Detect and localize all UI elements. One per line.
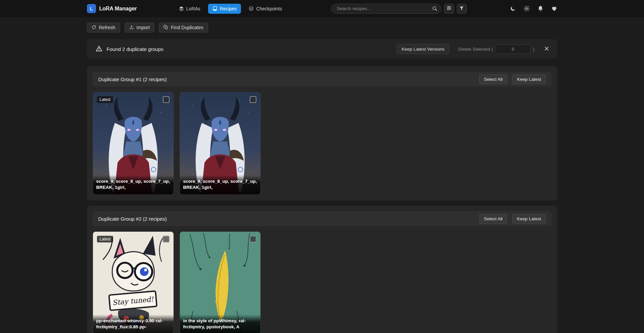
- group-1-actions: Select All Keep Latest: [479, 74, 546, 84]
- warning-triangle-icon: [96, 45, 102, 53]
- support-heart-icon[interactable]: [551, 5, 557, 12]
- theme-toggle-moon-icon[interactable]: [510, 5, 516, 12]
- close-x-icon: [544, 46, 549, 52]
- delete-selected-control: Delete Selected ( ): [458, 45, 534, 54]
- filter-button[interactable]: [457, 4, 467, 14]
- top-navbar: L LoRA Manager LoRAs Recipes C: [0, 0, 644, 17]
- check-circle-icon: [249, 6, 254, 11]
- delete-selected-suffix: ): [533, 47, 535, 52]
- settings-gear-icon[interactable]: [524, 5, 530, 12]
- card-caption: score_9, score_8_up, score_7_up, BREAK, …: [93, 175, 174, 195]
- actions-toolbar: Refresh Import Find Duplicates: [87, 22, 557, 33]
- banner-actions: Keep Latest Versions Delete Selected ( ): [397, 44, 549, 54]
- recipe-card[interactable]: score_9, score_8_up, score_7_up, BREAK, …: [180, 92, 261, 195]
- card-caption: pp-enchanted-whimsy:0.90 ral-frctlqmtry_…: [93, 315, 174, 333]
- search-bar: [331, 4, 441, 14]
- duplicate-group-1: Duplicate Group #1 (2 recipes) Select Al…: [87, 66, 557, 201]
- tab-checkpoints[interactable]: Checkpoints: [244, 4, 286, 14]
- sliders-icon: [446, 5, 452, 12]
- tab-loras-label: LoRAs: [186, 6, 200, 11]
- group-1-cards: Latest score_9, score_8_up, score_7_up, …: [93, 92, 552, 195]
- card-caption: score_9, score_8_up, score_7_up, BREAK, …: [180, 175, 260, 195]
- recipe-card[interactable]: Latest score_9, score_8_up, score_7_up, …: [93, 92, 174, 195]
- banner-message-group: Found 2 duplicate groups: [96, 45, 163, 53]
- card-checkbox[interactable]: [163, 236, 169, 242]
- card-checkbox[interactable]: [163, 96, 169, 103]
- tab-loras[interactable]: LoRAs: [175, 4, 205, 14]
- tab-recipes-label: Recipes: [220, 6, 237, 11]
- delete-selected-prefix: Delete Selected (: [458, 47, 493, 52]
- duplicates-banner: Found 2 duplicate groups Keep Latest Ver…: [87, 39, 557, 59]
- group-2-select-all-button[interactable]: Select All: [479, 214, 507, 224]
- refresh-button-label: Refresh: [99, 25, 115, 30]
- latest-badge: Latest: [97, 236, 113, 242]
- banner-message: Found 2 duplicate groups: [107, 46, 163, 52]
- latest-badge: Latest: [97, 96, 113, 103]
- sort-options-button[interactable]: [444, 4, 454, 14]
- recipe-card[interactable]: Stay tuned! Latest pp-enchanted-whimsy:0…: [93, 231, 174, 333]
- page-content: Refresh Import Find Duplicates Found 2 d…: [87, 22, 557, 333]
- navbar-inner: L LoRA Manager LoRAs Recipes C: [87, 0, 557, 17]
- book-icon: [212, 6, 217, 11]
- card-checkbox[interactable]: [250, 96, 256, 103]
- refresh-icon: [92, 25, 96, 31]
- brand[interactable]: L LoRA Manager: [87, 4, 137, 13]
- group-1-select-all-button[interactable]: Select All: [479, 74, 507, 84]
- import-button[interactable]: Import: [125, 22, 155, 33]
- funnel-icon: [459, 6, 464, 12]
- find-duplicates-button[interactable]: Find Duplicates: [159, 22, 208, 33]
- group-2-keep-latest-button[interactable]: Keep Latest: [512, 214, 546, 224]
- app-title: LoRA Manager: [99, 6, 137, 12]
- card-checkbox[interactable]: [250, 236, 256, 242]
- keep-latest-versions-button[interactable]: Keep Latest Versions: [397, 44, 450, 54]
- tab-recipes[interactable]: Recipes: [208, 4, 241, 14]
- import-icon: [129, 25, 134, 31]
- duplicate-group-2: Duplicate Group #2 (2 recipes) Select Al…: [87, 206, 557, 333]
- search-input[interactable]: [331, 4, 441, 14]
- group-2-title: Duplicate Group #2 (2 recipes): [98, 216, 167, 222]
- import-button-label: Import: [137, 25, 150, 30]
- navbar-icon-group: [510, 5, 557, 12]
- refresh-button[interactable]: Refresh: [87, 22, 120, 33]
- app-logo-letter: L: [90, 6, 93, 11]
- navbar-right: [331, 4, 557, 14]
- copy-icon: [163, 25, 168, 31]
- group-2-actions: Select All Keep Latest: [479, 214, 546, 224]
- layers-icon: [179, 6, 184, 11]
- tab-checkpoints-label: Checkpoints: [256, 6, 282, 11]
- search-icon[interactable]: [432, 6, 438, 13]
- group-1-title: Duplicate Group #1 (2 recipes): [98, 76, 167, 82]
- recipe-card[interactable]: in the style of ppWhimsy, ral-frctlqmtry…: [180, 231, 261, 333]
- notifications-bell-icon[interactable]: [537, 5, 544, 12]
- selected-count-input[interactable]: [495, 45, 531, 54]
- card-caption: in the style of ppWhimsy, ral-frctlqmtry…: [180, 315, 260, 333]
- group-1-keep-latest-button[interactable]: Keep Latest: [512, 74, 546, 84]
- group-1-header: Duplicate Group #1 (2 recipes) Select Al…: [93, 72, 552, 87]
- group-2-cards: Stay tuned! Latest pp-enchanted-whimsy:0…: [93, 231, 552, 333]
- group-2-header: Duplicate Group #2 (2 recipes) Select Al…: [93, 211, 552, 226]
- main-nav: LoRAs Recipes Checkpoints: [175, 4, 287, 14]
- app-logo-icon: L: [87, 4, 96, 13]
- find-duplicates-button-label: Find Duplicates: [171, 25, 203, 30]
- banner-close-button[interactable]: [544, 46, 549, 52]
